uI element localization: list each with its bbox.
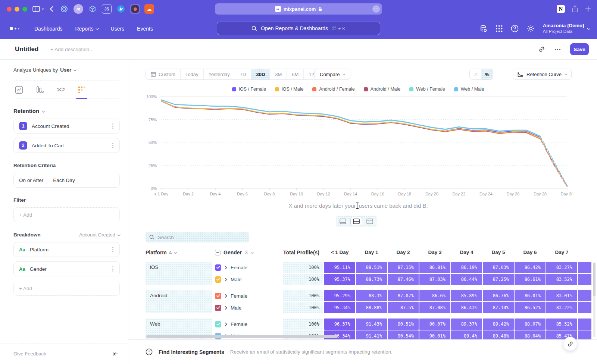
retention-cell[interactable]: 90.54%	[388, 330, 419, 339]
retention-cell[interactable]: 86.44%	[451, 274, 482, 285]
settings-gear-icon[interactable]	[527, 25, 535, 32]
window-controls[interactable]	[7, 7, 27, 12]
retention-cell[interactable]: 86.43%	[451, 302, 482, 313]
cloud-extension-icon[interactable]: ☁	[144, 4, 154, 14]
retention-cell[interactable]: 88.51%	[356, 262, 387, 273]
browser-back-icon[interactable]	[50, 6, 53, 12]
retention-cell[interactable]: 88.04%	[515, 330, 546, 339]
retention-cell[interactable]: 87.07%	[388, 290, 419, 301]
nav-item-reports[interactable]: Reports	[75, 26, 98, 32]
share-link-fab[interactable]	[563, 337, 577, 351]
retention-cell[interactable]: 86.42%	[515, 262, 546, 273]
apps-grid-icon[interactable]	[496, 25, 503, 32]
retention-cell[interactable]: 87.08%	[419, 302, 450, 313]
retention-cell[interactable]: 95.29%	[324, 290, 355, 301]
tab-retention[interactable]	[77, 86, 87, 94]
retention-cell[interactable]: 96.37%	[324, 318, 355, 330]
collapse-sidebar-icon[interactable]	[112, 351, 118, 357]
retention-cell[interactable]: 89.37%	[451, 318, 482, 330]
total-profiles-header[interactable]: Total Profile(s)	[283, 250, 323, 255]
retention-cell[interactable]: 88.88%	[356, 302, 387, 313]
data-management-icon[interactable]	[479, 25, 488, 33]
series-checkbox[interactable]	[215, 276, 221, 283]
segments-title[interactable]: Find Interesting Segments	[159, 349, 224, 355]
nav-item-users[interactable]: Users	[111, 26, 125, 32]
legend-item[interactable]: Android / Female	[312, 87, 354, 92]
kebab-menu-icon[interactable]	[111, 141, 115, 150]
range-30d[interactable]: 30D	[251, 69, 270, 79]
range-custom[interactable]: Custom	[146, 69, 181, 79]
series-checkbox[interactable]	[215, 264, 221, 271]
breakdown-platform[interactable]: Aa Platform	[13, 242, 120, 257]
analyze-entity-dropdown[interactable]: User	[60, 67, 71, 73]
percent-mode-button[interactable]: %	[481, 69, 493, 79]
retention-cell[interactable]: 87.15%	[388, 262, 419, 273]
retention-cell[interactable]: 85.89%	[451, 290, 482, 301]
kebab-menu-icon[interactable]	[111, 265, 115, 273]
give-feedback-link[interactable]: Give Feedback	[13, 351, 46, 357]
retention-cell[interactable]: 85.52%	[546, 318, 577, 330]
maximize-window-button[interactable]	[22, 7, 27, 12]
series-checkbox[interactable]	[215, 321, 221, 327]
minimize-window-button[interactable]	[15, 7, 19, 12]
m-extension-icon[interactable]: m	[74, 4, 83, 14]
add-filter-button[interactable]: + Add	[13, 207, 120, 222]
retention-cell[interactable]: 91.41%	[356, 330, 387, 339]
retention-cell[interactable]: 91.43%	[356, 318, 387, 330]
legend-item[interactable]: iOS / Female	[232, 87, 266, 92]
retention-cell[interactable]: 86.19%	[451, 262, 482, 273]
retention-cell[interactable]: 90.01%	[419, 330, 450, 339]
tab-flows[interactable]	[56, 86, 66, 94]
cube-extension-icon[interactable]	[88, 4, 97, 14]
retention-step-2[interactable]: 2 Added To Cart	[13, 138, 120, 153]
retention-cell[interactable]: 90.51%	[388, 318, 419, 330]
retention-cell[interactable]: 88.3%	[356, 290, 387, 301]
range-yesterday[interactable]: Yesterday	[204, 69, 235, 79]
breakdown-gender[interactable]: Aa Gender	[13, 261, 120, 276]
expand-row-icon[interactable]	[225, 277, 227, 282]
retention-cell[interactable]: 89.4%	[451, 330, 482, 339]
retention-cell[interactable]: 86.76%	[483, 290, 514, 301]
retention-cell[interactable]: 86.01%	[515, 290, 546, 301]
retention-cell[interactable]: 88.07%	[515, 318, 546, 330]
retention-cell[interactable]: 95.34%	[324, 302, 355, 313]
recorder-extension-icon[interactable]	[130, 4, 140, 14]
legend-item[interactable]: Android / Male	[364, 87, 401, 92]
address-more-icon[interactable]	[372, 5, 380, 13]
nav-item-events[interactable]: Events	[137, 26, 153, 32]
layout-table-only-button[interactable]	[364, 217, 376, 226]
criteria-interval[interactable]: Each Day	[53, 178, 75, 183]
range-6m[interactable]: 6M	[287, 69, 304, 79]
retention-section-heading[interactable]: Retention	[13, 108, 39, 114]
platform-column-header[interactable]: Platform 4	[146, 250, 176, 255]
expand-row-icon[interactable]	[225, 266, 227, 270]
tab-insights[interactable]	[14, 86, 24, 94]
retention-criteria-selector[interactable]: On or After Each Day	[13, 173, 120, 188]
share-icon[interactable]	[572, 5, 578, 13]
close-window-button[interactable]	[7, 7, 12, 12]
report-title[interactable]: Untitled	[15, 46, 38, 53]
retention-cell[interactable]: 95.11%	[324, 262, 355, 273]
js-extension-icon[interactable]: JS	[102, 4, 112, 14]
retention-cell[interactable]: 83.01%	[546, 290, 577, 301]
legend-item[interactable]: Web / Male	[454, 87, 484, 92]
range-today[interactable]: Today	[181, 69, 204, 79]
retention-cell[interactable]: 89.42%	[483, 318, 514, 330]
retention-cell[interactable]: 83.52%	[546, 274, 577, 285]
nav-item-dashboards[interactable]: Dashboards	[34, 26, 63, 32]
retention-cell[interactable]: 86.61%	[515, 274, 546, 285]
tab-funnels[interactable]	[35, 86, 45, 94]
legend-item[interactable]: iOS / Male	[275, 87, 303, 92]
retention-cell[interactable]: 87.46%	[388, 274, 419, 285]
expand-row-icon[interactable]	[225, 306, 227, 310]
retention-cell[interactable]: 87.03%	[483, 262, 514, 273]
retention-line-chart[interactable]: 100%75%50%25%0%< 1 DayDay 2Day 4Day 6Day…	[143, 93, 572, 198]
add-description-field[interactable]: + Add description...	[50, 47, 93, 52]
retention-cell[interactable]: 86.6%	[419, 290, 450, 301]
table-search-input[interactable]: Search	[146, 232, 249, 242]
breakdown-event-dropdown[interactable]: Account Created	[79, 232, 120, 238]
retention-cell[interactable]: 87.25%	[483, 274, 514, 285]
legend-item[interactable]: Web / Female	[409, 87, 445, 92]
retention-cell[interactable]: 87.14%	[483, 302, 514, 313]
retention-cell[interactable]: 86.81%	[419, 262, 450, 273]
